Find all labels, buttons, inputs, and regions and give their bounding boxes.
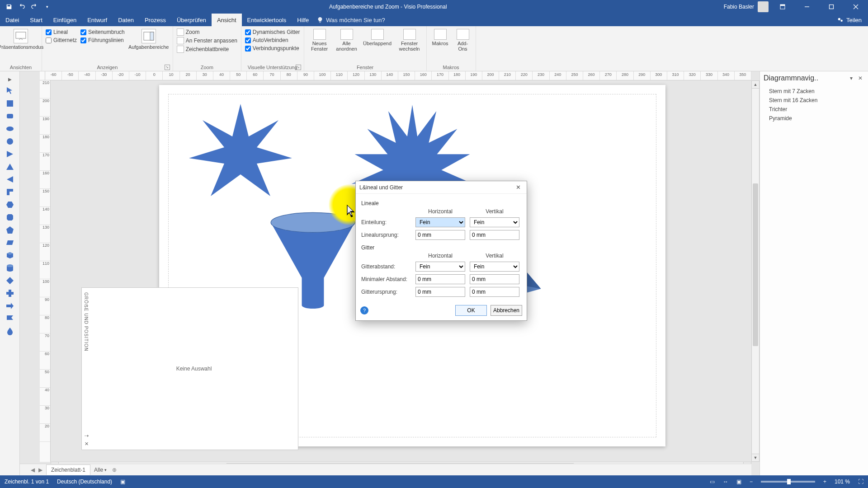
shape-triangle-up-icon[interactable]: [4, 161, 16, 173]
tab-start[interactable]: Start: [24, 14, 47, 26]
macro-record-icon[interactable]: ▣: [120, 479, 125, 485]
check-dyn-gitter[interactable]: Dynamisches Gitter: [245, 29, 300, 35]
status-language[interactable]: Deutsch (Deutschland): [57, 479, 112, 485]
minimize-button[interactable]: [797, 0, 817, 14]
shape-drop-icon[interactable]: [4, 325, 16, 337]
close-button[interactable]: [845, 0, 866, 14]
horizontal-ruler[interactable]: -60-50-40-30-20-100102030405060708090100…: [45, 71, 751, 80]
sheet-nav-next-icon[interactable]: ▶: [38, 467, 42, 473]
add-page-icon[interactable]: ⊕: [110, 466, 118, 474]
shape-parallelogram-icon[interactable]: [4, 237, 16, 249]
shape-flag-icon[interactable]: [4, 313, 16, 324]
shapes-expand-icon[interactable]: ▶: [0, 74, 19, 84]
user-avatar[interactable]: [758, 1, 769, 12]
zoom-out-icon[interactable]: −: [750, 479, 753, 485]
scroll-down-icon[interactable]: ▼: [751, 454, 760, 462]
presentation-view-icon[interactable]: ▭: [710, 479, 715, 485]
tab-daten[interactable]: Daten: [113, 14, 139, 26]
vscroll-thumb[interactable]: [753, 183, 758, 346]
nav-pane-dropdown-icon[interactable]: ▾: [848, 74, 854, 82]
check-autoverbinden[interactable]: AutoVerbinden: [245, 37, 300, 43]
tab-hilfe[interactable]: Hilfe: [292, 14, 314, 26]
nav-item-trichter[interactable]: Trichter: [760, 105, 868, 114]
tab-ueberpruefen[interactable]: Überprüfen: [171, 14, 212, 26]
task-panes-button[interactable]: Aufgabenbereiche: [127, 28, 170, 51]
ok-button[interactable]: OK: [455, 305, 487, 316]
macros-button[interactable]: Makros: [429, 28, 451, 47]
dialog-close-icon[interactable]: ✕: [513, 183, 523, 192]
input-gitterursprung-h[interactable]: [415, 287, 465, 297]
shape-ellipse-icon[interactable]: [4, 123, 16, 135]
visuelle-launcher[interactable]: ↘: [296, 65, 301, 70]
nav-item-star16[interactable]: Stern mit 16 Zacken: [760, 96, 868, 105]
ribbon-display-options-icon[interactable]: [772, 0, 793, 14]
new-window-button[interactable]: Neues Fenster: [307, 28, 332, 52]
fit-page-view-icon[interactable]: ▣: [736, 479, 741, 485]
save-icon[interactable]: [4, 1, 14, 12]
share-button[interactable]: Teilen: [831, 14, 868, 26]
nav-pane-close-icon[interactable]: ✕: [856, 74, 864, 82]
arrange-all-button[interactable]: Alle anordnen: [334, 28, 359, 52]
fullscreen-icon[interactable]: ⛶: [858, 479, 863, 485]
shape-diamond-icon[interactable]: [4, 275, 16, 286]
shape-octagon-icon[interactable]: [4, 211, 16, 223]
scroll-up-icon[interactable]: ▲: [751, 80, 760, 89]
input-linealursprung-h[interactable]: [415, 230, 465, 240]
sheet-tab-active[interactable]: Zeichenblatt-1: [46, 465, 90, 475]
select-einteilung-v[interactable]: Fein: [470, 217, 519, 227]
shape-circle-icon[interactable]: [4, 136, 16, 147]
pane-pin-icon[interactable]: ⇢: [85, 433, 89, 439]
presentation-mode-button[interactable]: Präsentationsmodus: [3, 28, 39, 51]
dialog-titlebar[interactable]: L&ineal und Gitter ✕: [356, 181, 527, 194]
shape-triangle-left-icon[interactable]: [4, 174, 16, 185]
input-linealursprung-v[interactable]: [470, 230, 519, 240]
ruler-origin[interactable]: [40, 71, 45, 80]
zoom-value[interactable]: 101 %: [835, 479, 850, 485]
check-seitenumbruch[interactable]: Seitenumbruch: [80, 29, 125, 35]
shape-triangle-right-icon[interactable]: [4, 148, 16, 160]
shape-star-7[interactable]: [186, 99, 295, 207]
fit-window-button[interactable]: An Fenster anpassen: [176, 37, 238, 45]
check-lineal[interactable]: Lineal: [46, 29, 77, 35]
page-width-button[interactable]: Zeichenblattbreite: [176, 45, 238, 53]
check-fuehrungslinien[interactable]: Führungslinien: [80, 37, 125, 43]
sheet-nav-prev-icon[interactable]: ◀: [31, 467, 35, 473]
anzeigen-launcher[interactable]: ↘: [165, 65, 170, 70]
sheet-all-button[interactable]: Alle▾: [94, 467, 107, 473]
shape-square-icon[interactable]: [4, 98, 16, 109]
tab-datei[interactable]: Datei: [0, 14, 24, 26]
nav-item-pyramide[interactable]: Pyramide: [760, 114, 868, 123]
select-einteilung-h[interactable]: Fein: [415, 217, 465, 227]
tab-ansicht[interactable]: Ansicht: [212, 14, 242, 26]
pane-close-icon[interactable]: ✕: [85, 441, 89, 447]
undo-icon[interactable]: [16, 1, 27, 12]
nav-item-star7[interactable]: Stern mit 7 Zacken: [760, 87, 868, 96]
switch-window-button[interactable]: Fenster wechseln: [396, 28, 424, 52]
maximize-button[interactable]: [821, 0, 842, 14]
zoom-knob[interactable]: [787, 479, 791, 484]
input-minabstand-h[interactable]: [415, 274, 465, 284]
select-gitterabstand-h[interactable]: Fein: [415, 262, 465, 272]
input-minabstand-v[interactable]: [470, 274, 519, 284]
shape-cross-icon[interactable]: [4, 287, 16, 299]
addons-button[interactable]: Add-Ons: [453, 28, 473, 52]
zoom-slider[interactable]: [761, 481, 815, 483]
shape-rounded-icon[interactable]: [4, 110, 16, 122]
input-gitterursprung-v[interactable]: [470, 287, 519, 297]
zoom-button[interactable]: Zoom: [176, 28, 238, 36]
shape-pentagon-icon[interactable]: [4, 224, 16, 236]
cancel-button[interactable]: Abbrechen: [491, 305, 522, 316]
tab-entwicklertools[interactable]: Entwicklertools: [242, 14, 292, 26]
select-gitterabstand-v[interactable]: Fein: [470, 262, 519, 272]
shape-cube-icon[interactable]: [4, 249, 16, 261]
shape-cylinder-icon[interactable]: [4, 262, 16, 274]
tab-prozess[interactable]: Prozess: [139, 14, 171, 26]
check-gitternetz[interactable]: Gitternetz: [46, 37, 77, 43]
vertical-scrollbar[interactable]: ▲ ▼: [751, 80, 760, 462]
tab-einfuegen[interactable]: Einfügen: [48, 14, 82, 26]
check-verbindungspunkte[interactable]: Verbindungspunkte: [245, 45, 300, 52]
vertical-ruler[interactable]: 2102001901801701601501401301201101009080…: [40, 80, 51, 462]
tellme-search[interactable]: Was möchten Sie tun?: [317, 14, 443, 26]
shape-pointer-icon[interactable]: [4, 85, 16, 97]
tab-entwurf[interactable]: Entwurf: [82, 14, 113, 26]
